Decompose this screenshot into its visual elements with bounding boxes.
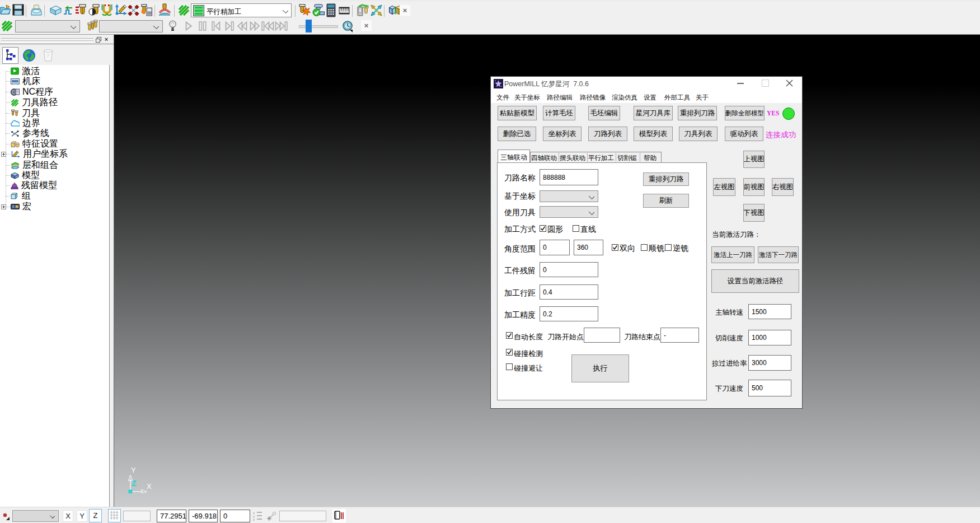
svg-text:z: z (253, 518, 255, 521)
